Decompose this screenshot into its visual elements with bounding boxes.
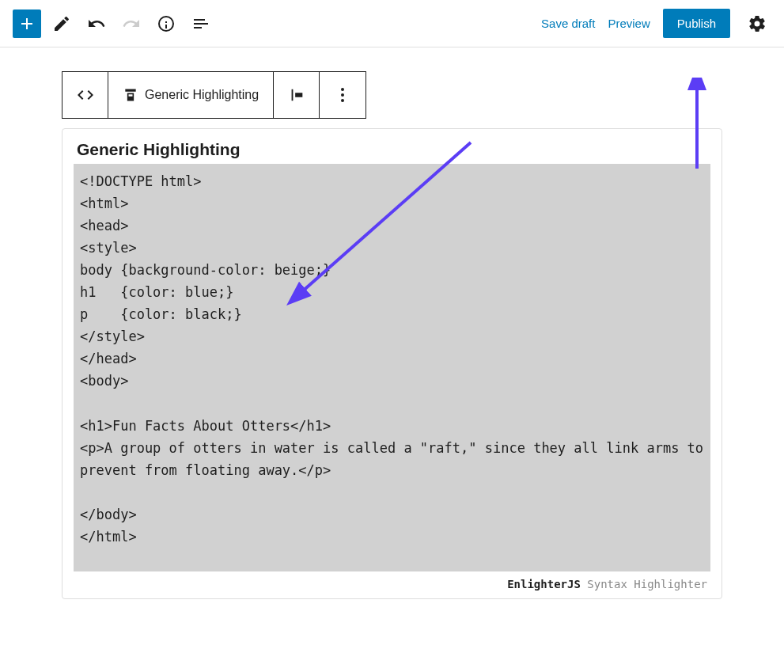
credit-rest: Syntax Highlighter (581, 578, 707, 590)
block-more-options-button[interactable] (320, 72, 365, 118)
save-draft-button[interactable]: Save draft (541, 17, 595, 30)
block-type-label-button[interactable]: Generic Highlighting (108, 72, 274, 118)
more-vertical-icon (333, 85, 352, 104)
preview-button[interactable]: Preview (608, 17, 650, 30)
info-button[interactable] (152, 9, 180, 38)
block-toolbar: Generic Highlighting (62, 71, 366, 119)
annotation-arrow-to-publish (685, 78, 709, 173)
editor-top-toolbar: Save draft Preview Publish (0, 0, 784, 47)
undo-icon (87, 14, 106, 33)
gear-icon (748, 14, 767, 33)
redo-button[interactable] (117, 9, 146, 38)
credit-strong: EnlighterJS (507, 578, 581, 590)
undo-button[interactable] (82, 9, 111, 38)
block-type-button[interactable] (62, 72, 108, 118)
pencil-icon (52, 14, 71, 33)
settings-button[interactable] (743, 9, 771, 38)
highlighter-block-icon (123, 87, 138, 103)
add-block-button[interactable] (13, 9, 41, 38)
align-icon (288, 86, 305, 104)
svg-point-0 (341, 88, 344, 91)
info-icon (157, 14, 176, 33)
outline-button[interactable] (187, 9, 215, 38)
edit-mode-button[interactable] (47, 9, 76, 38)
code-icon (76, 85, 95, 104)
redo-icon (122, 14, 141, 33)
svg-point-1 (341, 93, 344, 97)
svg-line-3 (301, 142, 471, 293)
plus-icon (17, 14, 36, 33)
toolbar-right-group: Save draft Preview Publish (541, 9, 771, 38)
annotation-arrow-to-block (285, 135, 483, 309)
list-view-icon (191, 14, 210, 33)
editor-canvas: A l l l . . l Generic Highlighting Gener… (0, 47, 784, 623)
svg-point-2 (341, 99, 344, 102)
toolbar-left-group (13, 9, 215, 38)
block-align-button[interactable] (274, 72, 320, 118)
publish-button[interactable]: Publish (663, 9, 730, 38)
block-type-label-text: Generic Highlighting (145, 88, 259, 102)
code-block-credit: EnlighterJS Syntax Highlighter (74, 578, 710, 590)
